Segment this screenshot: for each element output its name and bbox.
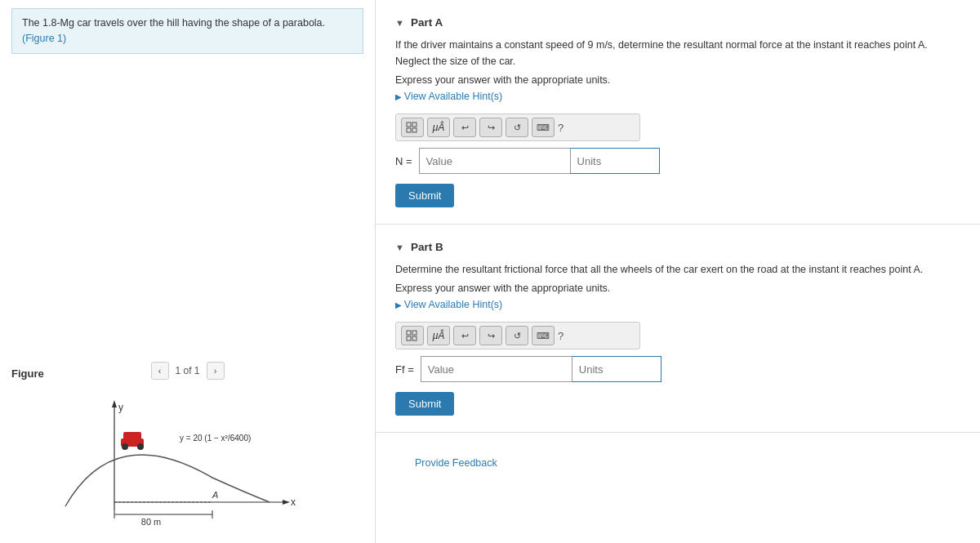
matrix-icon-b <box>406 330 419 341</box>
help-icon-b: ? <box>558 330 564 342</box>
svg-text:80 m: 80 m <box>141 517 161 527</box>
part-b-hint-link[interactable]: View Available Hint(s) <box>395 299 960 310</box>
part-b-keyboard-btn[interactable]: ⌨ <box>532 326 555 345</box>
problem-text: The 1.8-Mg car travels over the hill hav… <box>22 17 325 29</box>
figure-nav-label: 1 of 1 <box>175 365 199 376</box>
svg-rect-21 <box>407 331 411 335</box>
part-b-toolbar: μÂ ↩ ↪ ↺ ⌨ ? <box>395 322 640 349</box>
part-b-submit-btn[interactable]: Submit <box>395 392 454 416</box>
part-b-help-btn[interactable]: ? <box>558 330 564 342</box>
part-b-units-input[interactable] <box>572 356 662 382</box>
svg-marker-4 <box>283 500 290 505</box>
part-a-submit-btn[interactable]: Submit <box>395 184 454 207</box>
figure-link[interactable]: (Figure 1) <box>22 33 66 44</box>
part-a-refresh-btn[interactable]: ↺ <box>506 118 528 137</box>
right-panel: ▼ Part A If the driver maintains a const… <box>376 0 980 543</box>
svg-rect-24 <box>412 336 416 340</box>
svg-rect-22 <box>412 331 416 335</box>
svg-text:y: y <box>118 402 123 413</box>
problem-statement: The 1.8-Mg car travels over the hill hav… <box>11 8 363 54</box>
svg-text:x: x <box>291 496 296 508</box>
svg-rect-17 <box>407 122 411 127</box>
part-a-mu-btn[interactable]: μÂ <box>427 118 450 137</box>
part-a-redo-btn[interactable]: ↪ <box>479 118 502 137</box>
part-a-help-btn[interactable]: ? <box>558 122 564 134</box>
mu-label-b: μÂ <box>433 330 445 341</box>
figure-prev-btn[interactable]: ‹ <box>150 362 168 380</box>
figure-svg: y x 80 m A y = 20 (1 − x²/6400) <box>49 396 327 535</box>
left-panel: The 1.8-Mg car travels over the hill hav… <box>0 0 376 543</box>
part-b-express: Express your answer with the appropriate… <box>395 283 960 294</box>
part-b-description: Determine the resultant frictional force… <box>395 261 960 278</box>
part-a-express: Express your answer with the appropriate… <box>395 74 960 86</box>
refresh-icon: ↺ <box>514 122 521 133</box>
figure-next-btn[interactable]: › <box>207 362 225 380</box>
figure-nav: ‹ 1 of 1 › <box>150 362 224 380</box>
help-icon: ? <box>558 122 564 134</box>
svg-rect-18 <box>412 122 416 127</box>
svg-rect-13 <box>123 432 141 440</box>
svg-text:A: A <box>212 490 218 500</box>
part-a-toolbar: μÂ ↩ ↪ ↺ ⌨ ? <box>395 113 640 141</box>
part-a-hint-link[interactable]: View Available Hint(s) <box>395 91 960 102</box>
figure-label: Figure <box>11 367 44 380</box>
part-a-keyboard-btn[interactable]: ⌨ <box>532 118 555 137</box>
svg-text:y = 20 (1 − x²/6400): y = 20 (1 − x²/6400) <box>180 434 251 443</box>
figure-area: y x 80 m A y = 20 (1 − x²/6400) <box>0 388 376 543</box>
part-b-title: Part B <box>411 241 443 253</box>
part-b-undo-btn[interactable]: ↩ <box>453 326 476 345</box>
part-a-value-input[interactable] <box>419 148 570 174</box>
part-b-redo-btn[interactable]: ↪ <box>479 326 502 345</box>
part-a-header: ▼ Part A <box>395 16 960 29</box>
part-b-refresh-btn[interactable]: ↺ <box>506 326 528 345</box>
redo-icon: ↪ <box>488 122 495 133</box>
part-a-title: Part A <box>411 16 443 29</box>
redo-icon-b: ↪ <box>488 331 495 341</box>
keyboard-icon: ⌨ <box>537 122 550 133</box>
part-b-answer-label: Ff = <box>395 363 414 376</box>
part-a-collapse-arrow[interactable]: ▼ <box>395 18 404 28</box>
keyboard-icon-b: ⌨ <box>537 331 550 341</box>
part-a-units-input[interactable] <box>570 148 660 174</box>
undo-icon: ↩ <box>461 122 469 133</box>
svg-point-15 <box>137 443 144 450</box>
svg-rect-20 <box>412 128 416 132</box>
matrix-icon <box>406 122 419 133</box>
svg-rect-19 <box>407 128 411 132</box>
part-b-value-input[interactable] <box>421 356 572 382</box>
mu-label: μÂ <box>433 122 445 133</box>
svg-marker-1 <box>112 400 117 407</box>
part-a-description: If the driver maintains a constant speed… <box>395 37 960 69</box>
part-a-answer-row: N = <box>395 148 640 174</box>
part-a-section: ▼ Part A If the driver maintains a const… <box>376 0 980 225</box>
part-b-answer-row: Ff = <box>395 356 640 382</box>
svg-rect-23 <box>407 336 411 340</box>
part-b-section: ▼ Part B Determine the resultant frictio… <box>376 225 980 433</box>
part-b-collapse-arrow[interactable]: ▼ <box>395 243 404 252</box>
part-b-header: ▼ Part B <box>395 241 960 253</box>
undo-icon-b: ↩ <box>461 331 469 341</box>
refresh-icon-b: ↺ <box>514 331 521 341</box>
svg-point-14 <box>122 443 128 450</box>
part-a-answer-label: N = <box>395 155 412 167</box>
part-b-matrix-btn[interactable] <box>401 326 424 345</box>
part-a-matrix-btn[interactable] <box>401 118 424 137</box>
part-b-mu-btn[interactable]: μÂ <box>427 326 450 345</box>
feedback-section: Provide Feedback <box>376 433 980 493</box>
part-a-undo-btn[interactable]: ↩ <box>453 118 476 137</box>
provide-feedback-link[interactable]: Provide Feedback <box>395 444 960 482</box>
